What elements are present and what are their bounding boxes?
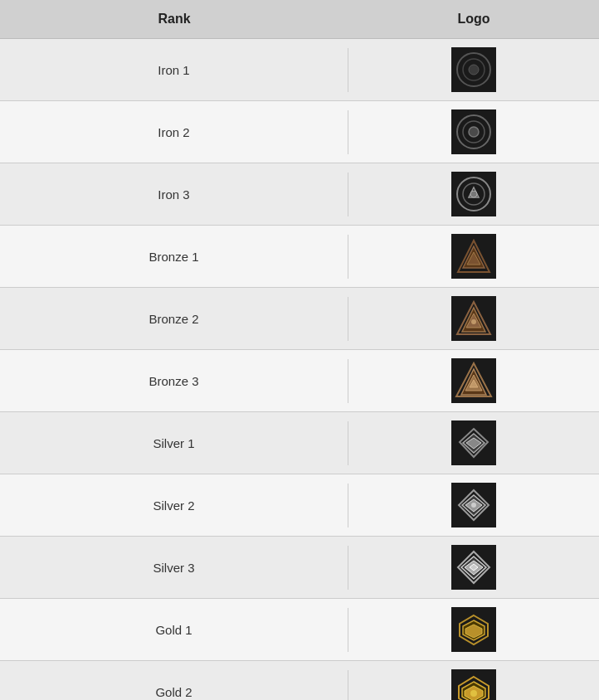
logo-cell: [348, 226, 599, 287]
table-row: Bronze 1: [0, 226, 599, 288]
table-header: Rank Logo: [0, 0, 599, 39]
rank-cell: Gold 2: [0, 670, 348, 701]
logo-cell: [348, 661, 599, 700]
rank-cell: Iron 1: [0, 48, 348, 92]
rank-badge-bronze1: [451, 234, 496, 279]
logo-cell: [348, 39, 599, 100]
table-row: Iron 3: [0, 163, 599, 226]
logo-cell: [348, 101, 599, 163]
rank-cell: Silver 2: [0, 484, 348, 527]
table-row: Gold 2: [0, 661, 599, 700]
logo-cell: [348, 350, 599, 411]
svg-point-7: [469, 127, 479, 137]
logo-cell: [348, 412, 599, 474]
svg-point-21: [471, 319, 476, 324]
svg-point-49: [470, 690, 477, 697]
logo-cell: [348, 599, 599, 660]
rank-cell: Bronze 1: [0, 235, 348, 279]
logo-cell: [348, 537, 599, 598]
rank-badge-iron2: [451, 109, 496, 154]
logo-cell: [348, 474, 599, 536]
rank-cell: Gold 1: [0, 608, 348, 652]
rank-cell: Bronze 3: [0, 359, 348, 403]
logo-cell: [348, 163, 599, 225]
logo-header: Logo: [348, 0, 599, 38]
svg-point-12: [470, 191, 477, 197]
rank-badge-silver1: [451, 420, 496, 465]
rank-header: Rank: [0, 0, 348, 38]
table-row: Silver 3: [0, 537, 599, 599]
table-row: Iron 2: [0, 101, 599, 163]
table-body: Iron 1 Iron 2 Iron 3 Bronze 1 Bronze 2: [0, 39, 599, 700]
table-row: Silver 2: [0, 474, 599, 537]
rank-cell: Iron 3: [0, 173, 348, 216]
table-row: Iron 1: [0, 39, 599, 101]
rank-badge-iron1: [451, 47, 496, 92]
rank-cell: Iron 2: [0, 110, 348, 154]
rank-badge-bronze3: [451, 358, 496, 403]
rank-badge-bronze2: [451, 296, 496, 341]
table-row: Bronze 2: [0, 288, 599, 350]
rank-table: Rank Logo Iron 1 Iron 2 Iron 3 Bronze 1 …: [0, 0, 599, 700]
table-row: Bronze 3: [0, 350, 599, 412]
rank-badge-silver2: [451, 483, 496, 527]
svg-point-35: [471, 503, 476, 508]
rank-badge-iron3: [451, 172, 496, 216]
rank-cell: Bronze 2: [0, 297, 348, 341]
table-row: Silver 1: [0, 412, 599, 474]
rank-badge-gold1: [451, 607, 496, 652]
rank-cell: Silver 3: [0, 546, 348, 590]
logo-cell: [348, 288, 599, 349]
rank-cell: Silver 1: [0, 421, 348, 465]
rank-badge-silver3: [451, 545, 496, 590]
rank-badge-gold2: [451, 669, 496, 700]
svg-point-3: [469, 65, 479, 75]
table-row: Gold 1: [0, 599, 599, 661]
